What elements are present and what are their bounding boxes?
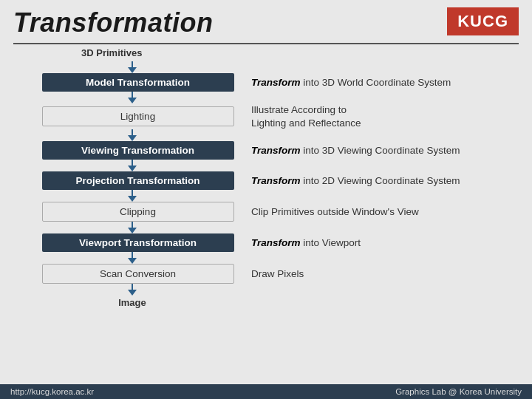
model-transform-box: Model Transformation [42,73,234,92]
pipeline-row-viewport-transform: Viewport TransformationTransform into Vi… [25,233,522,252]
footer: http://kucg.korea.ac.kr Graphics Lab @ K… [0,384,532,399]
footer-url: http://kucg.korea.ac.kr [10,387,94,396]
pipeline-row-projection-transform: Projection TransformationTransform into … [25,171,522,190]
model-transform-description: Transform into 3D World Coordinate Syste… [239,76,522,89]
header: Transformation KUCG [0,0,532,43]
lighting-description: Illustrate According toLighting and Refl… [239,103,522,129]
viewport-transform-description: Transform into Viewport [239,236,522,250]
content-area: Model TransformationTransform into 3D Wo… [0,60,532,308]
divider [13,43,519,44]
pipeline-row-lighting: LightingIllustrate According toLighting … [25,103,522,129]
lighting-box: Lighting [42,106,234,126]
pipeline-row-clipping: ClippingClip Primitives outside Window's… [25,202,522,222]
connector-0 [36,92,228,103]
connector-1 [36,129,228,141]
connector-3 [36,190,228,202]
footer-credit: Graphics Lab @ Korea University [395,387,522,396]
viewing-transform-description: Transform into 3D Viewing Coordinate Sys… [239,144,522,157]
main-container: Transformation KUCG 3D Primitives Model … [0,0,532,399]
connector-5 [36,252,228,264]
kucg-badge: KUCG [447,7,519,35]
pipeline: Model TransformationTransform into 3D Wo… [10,61,522,308]
projection-transform-description: Transform into 2D Viewing Coordinate Sys… [239,174,522,188]
pipeline-row-scan-conversion: Scan ConversionDraw Pixels [25,264,522,284]
subtitle: 3D Primitives [81,47,519,58]
projection-transform-box: Projection Transformation [42,171,234,190]
scan-conversion-description: Draw Pixels [239,267,522,281]
connector-4 [36,222,228,233]
page-title: Transformation [13,7,213,38]
clipping-box: Clipping [42,202,234,222]
viewing-transform-box: Viewing Transformation [42,141,234,160]
pipeline-row-viewing-transform: Viewing TransformationTransform into 3D … [25,141,522,160]
connector-2 [36,160,228,171]
image-label: Image [118,297,146,308]
pipeline-row-model-transform: Model TransformationTransform into 3D Wo… [25,73,522,92]
scan-conversion-box: Scan Conversion [42,264,234,284]
clipping-description: Clip Primitives outside Window's View [239,205,522,219]
viewport-transform-box: Viewport Transformation [42,233,234,252]
